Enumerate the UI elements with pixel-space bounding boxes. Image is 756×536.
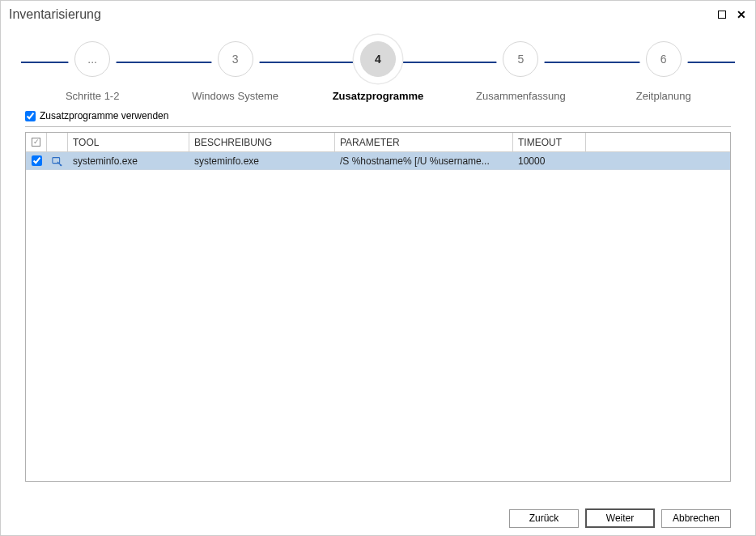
header-icon-cell <box>47 133 68 151</box>
row-checkbox-cell <box>26 152 47 169</box>
header-checkbox-icon: ✓ <box>32 138 40 147</box>
content-area: Zusatzprogramme verwenden ✓ TOOL BESCHRE… <box>1 102 755 482</box>
row-icon-cell <box>47 152 68 169</box>
back-button[interactable]: Zurück <box>509 509 579 528</box>
step-2[interactable]: 3 Windows Systeme <box>164 41 306 102</box>
step-label: Zusatzprogramme <box>333 90 424 102</box>
svg-point-1 <box>60 164 62 166</box>
next-button[interactable]: Weiter <box>585 508 655 528</box>
row-spacer <box>586 152 730 169</box>
window-title: Inventarisierung <box>9 7 101 22</box>
wizard-stepper: ... Schritte 1-2 3 Windows Systeme 4 Zus… <box>1 25 755 102</box>
header-timeout[interactable]: TIMEOUT <box>513 133 586 151</box>
cancel-button[interactable]: Abbrechen <box>661 509 731 528</box>
step-3[interactable]: 4 Zusatzprogramme <box>307 41 449 102</box>
step-circle: ... <box>74 41 110 77</box>
tool-icon <box>52 155 63 167</box>
use-extra-programs-checkbox[interactable] <box>25 111 36 121</box>
table-row[interactable]: systeminfo.exe systeminfo.exe /S %hostna… <box>26 152 730 170</box>
step-5[interactable]: 6 Zeitplanung <box>592 41 735 102</box>
row-parameter: /S %hostname% [/U %username... <box>335 152 513 169</box>
header-checkbox-cell[interactable]: ✓ <box>26 133 47 151</box>
step-circle: 6 <box>646 41 682 77</box>
step-label: Windows Systeme <box>192 90 278 102</box>
step-circle: 4 <box>360 41 396 77</box>
grid-header: ✓ TOOL BESCHREIBUNG PARAMETER TIMEOUT <box>26 133 730 152</box>
step-1[interactable]: ... Schritte 1-2 <box>21 41 164 102</box>
use-extra-programs-row: Zusatzprogramme verwenden <box>25 110 731 121</box>
separator <box>25 126 731 127</box>
header-spacer <box>586 133 730 151</box>
step-label: Zusammenfassung <box>476 90 566 102</box>
row-description: systeminfo.exe <box>189 152 335 169</box>
row-checkbox[interactable] <box>32 155 42 166</box>
row-tool: systeminfo.exe <box>68 152 189 169</box>
step-4[interactable]: 5 Zusammenfassung <box>449 41 592 102</box>
step-circle: 3 <box>218 41 253 77</box>
window-controls: ✕ <box>716 9 747 20</box>
titlebar: Inventarisierung ✕ <box>1 1 755 25</box>
close-icon[interactable]: ✕ <box>736 9 747 20</box>
maximize-icon[interactable] <box>716 9 728 20</box>
header-parameter[interactable]: PARAMETER <box>335 133 513 151</box>
step-label: Zeitplanung <box>636 90 691 102</box>
footer-buttons: Zurück Weiter Abbrechen <box>1 501 755 535</box>
use-extra-programs-label[interactable]: Zusatzprogramme verwenden <box>40 110 168 121</box>
row-timeout: 10000 <box>513 152 586 169</box>
programs-grid: ✓ TOOL BESCHREIBUNG PARAMETER TIMEOUT <box>25 132 731 482</box>
step-label: Schritte 1-2 <box>66 90 119 102</box>
header-tool[interactable]: TOOL <box>68 133 189 151</box>
step-circle: 5 <box>503 41 538 77</box>
header-description[interactable]: BESCHREIBUNG <box>189 133 335 151</box>
